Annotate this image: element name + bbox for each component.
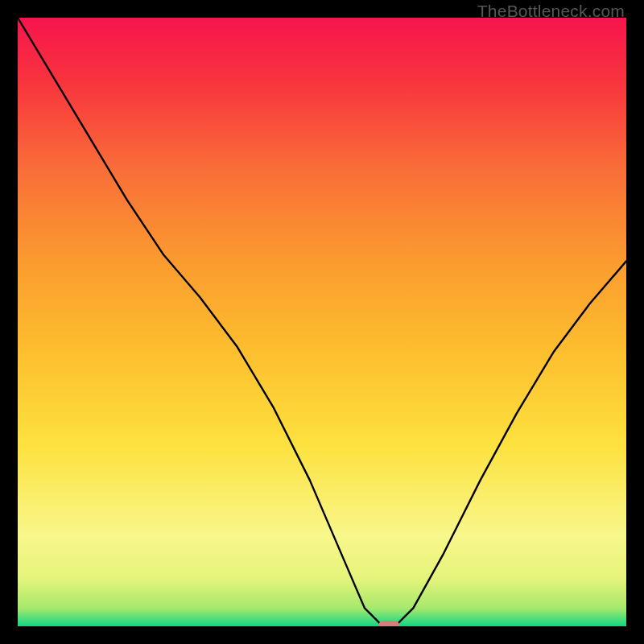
chart-plot xyxy=(18,18,626,626)
optimum-marker xyxy=(378,621,399,626)
chart-frame: TheBottleneck.com xyxy=(0,0,644,644)
chart-background xyxy=(18,18,626,626)
